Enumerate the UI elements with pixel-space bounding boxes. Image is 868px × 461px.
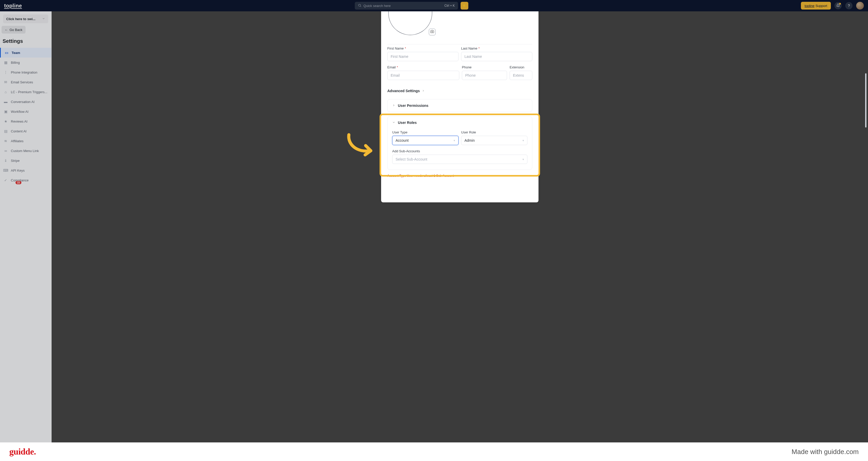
add-sub-accounts-label: Add Sub-Accounts [392,149,527,153]
last-name-label: Last Name* [461,47,532,50]
sidebar-item-label: Email Services [11,80,33,84]
chevron-down-icon: ▾ [523,158,524,161]
sidebar-item-label: Affiliates [11,139,24,143]
affiliates-icon: ≋ [4,139,8,143]
workflow-icon: ▣ [4,110,8,114]
sidebar-item-label: Team [11,51,20,55]
sidebar-item-api-keys[interactable]: ⌨ API Keys [0,165,51,175]
sidebar-item-label: LC - Premium Triggers... [11,90,48,94]
last-name-input[interactable] [461,52,532,61]
extension-label: Extension [509,65,532,69]
notification-dot [839,3,841,5]
sidebar-item-team[interactable]: ▭ Team [0,48,51,58]
camera-icon [430,30,434,34]
search-icon [358,4,362,8]
user-role-label: User Role [461,130,527,134]
user-type-value: Account [396,139,409,143]
user-roles-header[interactable]: User Roles [392,121,527,125]
sidebar-item-compliance[interactable]: ✓ Compliance 15 [0,175,51,185]
search-input[interactable]: Quick search here Ctrl + K [355,2,458,9]
sidebar-item-label: Billing [11,61,20,64]
guidde-footer: guidde. Made with guidde.com [0,442,868,461]
avatar-placeholder [388,11,432,35]
badge-count: 15 [16,181,22,184]
stripe-icon: ⇓ [4,158,8,163]
settings-heading: Settings [0,37,51,48]
advanced-settings-toggle[interactable]: Advanced Settings [387,84,532,95]
nav-list: ▭ Team ▦ Billing ⋮ Phone Integration ✉ E… [0,48,51,185]
sidebar-item-billing[interactable]: ▦ Billing [0,58,51,67]
app-logo: topline [4,3,22,9]
chevron-down-icon [42,17,45,21]
support-button[interactable]: topline Support [801,2,831,9]
svg-point-2 [432,31,433,32]
sidebar-item-workflow-ai[interactable]: ▣ Workflow AI [0,106,51,116]
billing-icon: ▦ [4,60,8,64]
sidebar-item-label: Stripe [11,159,20,163]
permissions-label: User Permissions [398,103,428,107]
roles-label: User Roles [398,121,417,125]
chevron-down-icon: ▾ [454,139,455,142]
topbar: topline Quick search here Ctrl + K ⚡ top… [0,0,868,11]
email-input[interactable] [387,71,459,80]
switcher-label: Click here to swi... [6,17,35,21]
user-avatar[interactable] [856,2,864,9]
go-back-button[interactable]: ← Go Back [2,26,26,34]
upload-avatar-button[interactable] [429,29,436,35]
sidebar-item-label: Custom Menu Link [11,149,39,153]
phone-label: Phone [462,65,507,69]
sidebar-item-label: Conversation AI [11,100,35,104]
envelope-icon: ✉ [4,80,8,84]
go-back-label: Go Back [9,28,23,32]
lightning-button[interactable]: ⚡ [461,2,468,9]
sidebar-item-conversation-ai[interactable]: ▬ Conversation AI [0,97,51,106]
sidebar-item-lc-triggers[interactable]: ⌂ LC - Premium Triggers... [0,87,51,97]
help-button[interactable]: ? [845,2,852,9]
extension-input[interactable] [509,71,532,80]
user-type-select[interactable]: Account ▾ [392,136,459,145]
star-icon: ★ [4,119,8,123]
sidebar-item-label: Phone Integration [11,70,37,74]
lightning-icon: ⚡ [462,3,467,8]
workspace-switcher[interactable]: Click here to swi... [3,14,48,23]
advanced-label: Advanced Settings [387,89,420,93]
chat-icon: ▬ [4,100,8,104]
user-type-label: User Type [392,130,459,134]
key-icon: ⌨ [4,168,8,173]
guidde-logo: guidde. [9,447,36,457]
validation-warning: Account Type User needs atleast 1 Sub-Ac… [387,174,532,178]
sub-account-select[interactable]: Select Sub-Account ▾ [392,155,527,164]
sidebar: Click here to swi... ← Go Back Settings … [0,11,52,442]
user-role-select[interactable]: Admin ▾ [461,136,527,145]
chevron-down-icon: ▾ [523,139,524,142]
scrollbar[interactable] [865,73,866,127]
tutorial-arrow-icon [345,133,378,158]
support-brand: topline [805,4,814,8]
sidebar-item-email-services[interactable]: ✉ Email Services [0,77,51,87]
phone-input[interactable] [462,71,507,80]
sidebar-item-label: Workflow AI [11,110,28,114]
first-name-input[interactable] [387,52,459,61]
help-icon: ? [848,4,850,8]
sidebar-item-stripe[interactable]: ⇓ Stripe [0,156,51,165]
sidebar-item-label: API Keys [11,168,25,173]
chevron-right-icon [422,89,425,93]
sidebar-item-phone-integration[interactable]: ⋮ Phone Integration [0,67,51,77]
sidebar-item-affiliates[interactable]: ≋ Affiliates [0,136,51,146]
sidebar-item-label: Reviews AI [11,120,27,123]
sidebar-item-custom-menu[interactable]: ∞ Custom Menu Link [0,146,51,156]
email-label: Email* [387,65,459,69]
chevron-right-icon [392,103,395,107]
link-icon: ∞ [4,149,8,153]
svg-line-1 [360,6,361,7]
notifications-button[interactable] [834,2,842,9]
support-label: Support [815,4,827,8]
search-kbd: Ctrl + K [444,4,455,7]
sidebar-item-content-ai[interactable]: ▤ Content AI [0,126,51,136]
user-form-panel: First Name* Last Name* Email* P [381,11,538,203]
user-permissions-section[interactable]: User Permissions [387,99,532,112]
search-placeholder: Quick search here [364,4,444,8]
sidebar-item-reviews-ai[interactable]: ★ Reviews AI [0,116,51,126]
sidebar-item-label: Content AI [11,129,27,133]
user-role-value: Admin [464,139,475,143]
